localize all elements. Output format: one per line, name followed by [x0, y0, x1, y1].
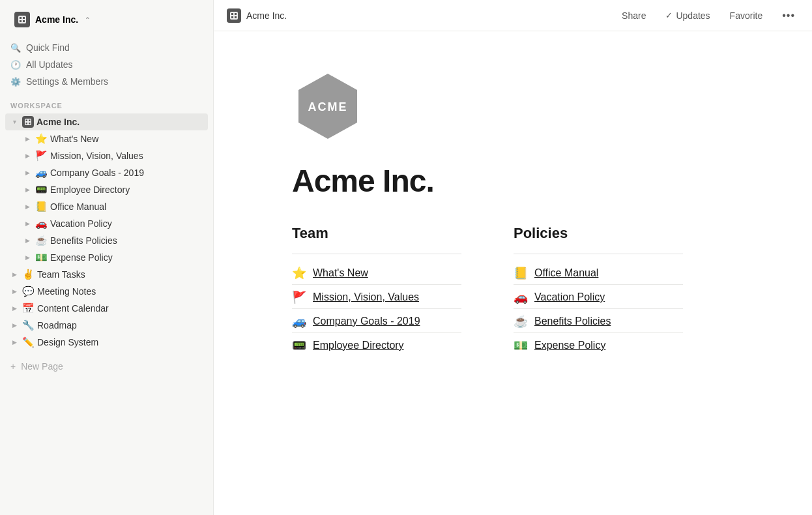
tree-item-benefits-label: Benefits Policies — [50, 235, 117, 246]
tree-item-content-calendar[interactable]: ▶ 📅 Content Calendar — [5, 300, 208, 317]
list-item-employee-dir[interactable]: 📟 Employee Directory — [292, 334, 461, 357]
tree-item-expense-label: Expense Policy — [50, 252, 113, 263]
tree-item-roadmap[interactable]: ▶ 🔧 Roadmap — [5, 317, 208, 334]
expense-emoji-icon: 💵 — [35, 252, 48, 263]
plus-icon: + — [10, 361, 16, 372]
tree-item-roadmap-label: Roadmap — [37, 320, 77, 331]
sidebar-item-all-updates[interactable]: 🕐 All Updates — [5, 56, 208, 73]
svg-rect-2 — [23, 17, 25, 19]
mission-emoji-icon: 🚩 — [35, 150, 48, 162]
vacation-policy-emoji-icon: 🚗 — [35, 218, 48, 229]
tree-item-meeting-notes-label: Meeting Notes — [37, 286, 96, 297]
share-label: Share — [622, 10, 646, 21]
tree-item-vacation-policy[interactable]: ▶ 🚗 Vacation Policy — [18, 215, 208, 232]
tree-item-office-manual[interactable]: ▶ 📒 Office Manual — [18, 198, 208, 215]
svg-rect-1 — [20, 17, 22, 19]
new-page-label: New Page — [21, 361, 63, 372]
mission-link[interactable]: Mission, Vision, Values — [313, 291, 419, 303]
tree-toggle-icon: ▶ — [9, 303, 20, 314]
svg-rect-8 — [26, 123, 28, 125]
tree-item-company-goals-label: Company Goals - 2019 — [50, 168, 144, 178]
list-item-expense[interactable]: 💵 Expense Policy — [514, 334, 683, 357]
check-icon: ✓ — [665, 10, 673, 20]
workspace-title-button[interactable]: Acme Inc. ⌃ — [9, 8, 204, 31]
list-item-vacation-policy[interactable]: 🚗 Vacation Policy — [514, 286, 683, 309]
tree-toggle-icon: ▾ — [9, 117, 20, 127]
workspace-tree: ▾ Acme Inc. ▶ ⭐ What's New ▶ 🚩 — [0, 112, 213, 352]
list-item-benefits[interactable]: ☕ Benefits Policies — [514, 310, 683, 333]
tree-toggle-icon: ▶ — [9, 320, 20, 331]
tree-toggle-icon: ▶ — [9, 269, 20, 280]
tree-item-employee-dir[interactable]: ▶ 📟 Employee Directory — [18, 181, 208, 198]
tree-item-content-calendar-label: Content Calendar — [37, 303, 109, 314]
employee-dir-link[interactable]: Employee Directory — [313, 340, 404, 351]
topbar: Acme Inc. Share ✓ Updates Favorite ••• — [214, 0, 812, 31]
topbar-title: Acme Inc. — [246, 10, 287, 21]
whats-new-list-emoji-icon: ⭐ — [292, 266, 306, 280]
employee-dir-list-emoji-icon: 📟 — [292, 338, 306, 353]
gear-icon: ⚙️ — [10, 77, 21, 87]
tree-toggle-icon: ▶ — [22, 201, 33, 212]
team-heading: Team — [292, 225, 461, 243]
expense-link[interactable]: Expense Policy — [534, 340, 605, 351]
workspace-logo — [14, 12, 30, 27]
tree-item-design-system[interactable]: ▶ ✏️ Design System — [5, 334, 208, 351]
tree-item-meeting-notes[interactable]: ▶ 💬 Meeting Notes — [5, 283, 208, 300]
share-button[interactable]: Share — [618, 8, 650, 23]
acme-logo-small — [22, 116, 34, 128]
sidebar-nav-label: Quick Find — [26, 42, 70, 53]
list-item-office-manual[interactable]: 📒 Office Manual — [514, 262, 683, 285]
tree-toggle-icon: ▶ — [9, 286, 20, 297]
whats-new-link[interactable]: What's New — [313, 267, 368, 279]
tree-item-company-goals[interactable]: ▶ 🚙 Company Goals - 2019 — [18, 164, 208, 181]
tree-toggle-icon: ▶ — [22, 134, 33, 144]
sidebar-nav: 🔍 Quick Find 🕐 All Updates ⚙️ Settings &… — [0, 37, 213, 93]
svg-rect-12 — [235, 13, 237, 15]
tree-item-whats-new[interactable]: ▶ ⭐ What's New — [18, 130, 208, 147]
topbar-right: Share ✓ Updates Favorite ••• — [618, 7, 799, 24]
svg-rect-10 — [230, 12, 238, 20]
team-list: ⭐ What's New 🚩 Mission, Vision, Values 🚙… — [292, 262, 461, 357]
benefits-emoji-icon: ☕ — [35, 235, 48, 246]
acme-hex-svg: ACME — [292, 70, 364, 142]
more-options-button[interactable]: ••• — [778, 7, 799, 24]
vacation-policy-list-emoji-icon: 🚗 — [514, 290, 528, 304]
tree-item-acme-root[interactable]: ▾ Acme Inc. — [5, 113, 208, 130]
tree-item-mission[interactable]: ▶ 🚩 Mission, Vision, Values — [18, 147, 208, 164]
sidebar-nav-label: All Updates — [26, 59, 73, 70]
svg-rect-13 — [231, 16, 233, 18]
favorite-button[interactable]: Favorite — [726, 8, 767, 23]
content-columns: Team ⭐ What's New 🚩 Mission, Vision, Val… — [292, 225, 760, 357]
workspace-chevron-icon: ⌃ — [85, 16, 90, 23]
updates-button[interactable]: ✓ Updates — [661, 8, 714, 23]
tree-item-team-tasks[interactable]: ▶ ✌️ Team Tasks — [5, 266, 208, 283]
new-page-button[interactable]: + New Page — [0, 357, 213, 375]
tree-toggle-icon: ▶ — [22, 184, 33, 195]
team-divider — [292, 254, 461, 254]
benefits-link[interactable]: Benefits Policies — [534, 316, 611, 327]
svg-rect-3 — [20, 20, 22, 22]
office-manual-link[interactable]: Office Manual — [534, 267, 598, 279]
tree-toggle-icon: ▶ — [22, 235, 33, 246]
sidebar-item-quick-find[interactable]: 🔍 Quick Find — [5, 39, 208, 56]
page-content: ACME Acme Inc. Team ⭐ What's New 🚩 Missi… — [214, 31, 812, 515]
tree-item-vacation-policy-label: Vacation Policy — [50, 218, 112, 229]
svg-rect-9 — [29, 123, 31, 125]
list-item-mission[interactable]: 🚩 Mission, Vision, Values — [292, 286, 461, 309]
sidebar-item-settings[interactable]: ⚙️ Settings & Members — [5, 73, 208, 90]
vacation-policy-link[interactable]: Vacation Policy — [534, 291, 605, 303]
clock-icon: 🕐 — [10, 60, 21, 70]
tree-item-expense[interactable]: ▶ 💵 Expense Policy — [18, 249, 208, 266]
svg-rect-14 — [235, 16, 237, 18]
workspace-name: Acme Inc. — [35, 14, 78, 25]
company-goals-link[interactable]: Company Goals - 2019 — [313, 316, 420, 327]
sidebar: Acme Inc. ⌃ 🔍 Quick Find 🕐 All Updates ⚙… — [0, 0, 214, 515]
topbar-left: Acme Inc. — [227, 8, 287, 23]
tree-item-mission-label: Mission, Vision, Values — [50, 151, 143, 161]
tree-item-team-tasks-label: Team Tasks — [37, 269, 85, 280]
tree-item-benefits[interactable]: ▶ ☕ Benefits Policies — [18, 232, 208, 249]
roadmap-emoji-icon: 🔧 — [22, 319, 35, 331]
list-item-whats-new[interactable]: ⭐ What's New — [292, 262, 461, 285]
list-item-company-goals[interactable]: 🚙 Company Goals - 2019 — [292, 310, 461, 333]
sidebar-top: Acme Inc. ⌃ — [0, 0, 213, 37]
